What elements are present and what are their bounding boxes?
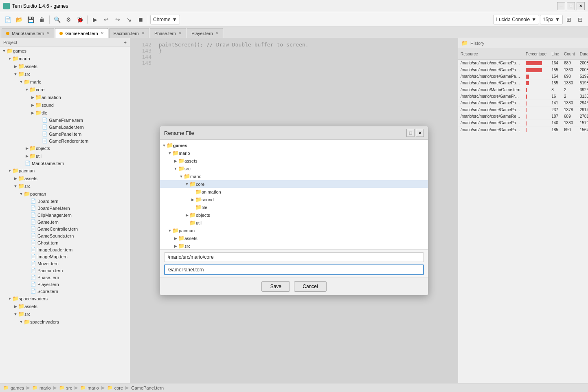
modal-tree-pacman-assets[interactable]: ▶ 📁 assets xyxy=(160,234,428,242)
cancel-button[interactable]: Cancel xyxy=(294,281,326,292)
stop-button[interactable]: ⏹ xyxy=(135,14,146,25)
tree-mariogame[interactable]: 📄 MarioGame.tern xyxy=(0,160,130,167)
step-button[interactable]: ↘ xyxy=(124,14,134,25)
tree-pacman-root[interactable]: ▼ 📁 pacman xyxy=(0,167,130,174)
modal-tree-pacman-src[interactable]: ▶ 📁 src xyxy=(160,242,428,250)
tree-games[interactable]: ▼ 📁 games xyxy=(0,47,130,55)
tab-close-icon[interactable]: ✕ xyxy=(215,31,219,35)
modal-tree-assets[interactable]: ▶ 📁 assets xyxy=(160,157,428,165)
table-row[interactable]: /mario/src/mario/core/GamePanel.tern 155… xyxy=(458,80,588,86)
modal-tree-util[interactable]: 📁 util xyxy=(160,219,428,227)
tree-gameloader[interactable]: 📄 GameLoader.tern xyxy=(0,123,130,130)
modal-tree-pacman[interactable]: ▼ 📁 pacman xyxy=(160,227,428,234)
table-row[interactable]: /mario/src/mario/core/GamePanel.tern 185… xyxy=(458,126,588,133)
tab-close-icon[interactable]: ✕ xyxy=(178,31,182,35)
zoom-in-button[interactable]: ⊞ xyxy=(564,14,574,25)
delete-button[interactable]: 🗑 xyxy=(37,14,47,25)
tab-game-panel[interactable]: GamePanel.tern ✕ xyxy=(55,28,108,38)
modal-tree-tile[interactable]: 📁 tile xyxy=(160,203,428,211)
table-row[interactable]: /mario/src/mario/core/GameRenderer.tern … xyxy=(458,113,588,119)
modal-filename-input[interactable] xyxy=(164,264,424,275)
tree-phase[interactable]: 📄 Phase.tern xyxy=(0,274,130,281)
search-button[interactable]: 🔍 xyxy=(52,14,62,25)
run-button[interactable]: ▶ xyxy=(90,14,100,25)
tree-si-src[interactable]: ▼ 📁 src xyxy=(0,310,130,318)
tree-gamerenderer[interactable]: 📄 GameRenderer.tern xyxy=(0,137,130,144)
modal-buttons[interactable]: □ ✕ xyxy=(406,129,424,137)
table-row[interactable]: /mario/src/mario/core/GamePanel.tern 237… xyxy=(458,106,588,113)
tab-mario-game[interactable]: MarioGame.tern ✕ xyxy=(2,28,54,38)
tree-src[interactable]: ▼ 📁 src xyxy=(0,70,130,78)
tree-mover[interactable]: 📄 Mover.tern xyxy=(0,260,130,267)
tab-close-icon[interactable]: ✕ xyxy=(46,31,50,35)
tree-imageloader[interactable]: 📄 ImageLoader.tern xyxy=(0,246,130,253)
tree-game[interactable]: 📄 Game.tern xyxy=(0,218,130,225)
modal-tree-objects[interactable]: ▶ 📁 objects xyxy=(160,211,428,219)
font-size-dropdown[interactable]: 15px ▼ xyxy=(540,15,563,24)
back-button[interactable]: ↩ xyxy=(101,14,112,25)
tree-pacman-src[interactable]: ▼ 📁 src xyxy=(0,182,130,190)
tab-phase[interactable]: Phase.tern ✕ xyxy=(150,28,186,38)
font-family-dropdown[interactable]: Lucida Console ▼ xyxy=(493,15,539,24)
table-row[interactable]: /mario/src/mario/MarioGame.tern 8 2 3923… xyxy=(458,86,588,93)
tree-pacman-file[interactable]: 📄 Pacman.tern xyxy=(0,267,130,274)
tab-close-icon[interactable]: ✕ xyxy=(101,31,104,35)
tree-gamepanel[interactable]: 📄 GamePanel.tern xyxy=(0,130,130,137)
tree-clipmanager[interactable]: 📄 ClipManager.tern xyxy=(0,211,130,218)
table-row[interactable]: /mario/src/mario/core/GamePanel.tern 141… xyxy=(458,100,588,106)
modal-tree-sound[interactable]: ▶ 📁 sound xyxy=(160,196,428,203)
tab-player[interactable]: Player.tern ✕ xyxy=(187,28,223,38)
tree-si-dir[interactable]: ▼ 📁 spaceinvaders xyxy=(0,318,130,326)
tree-assets[interactable]: ▶ 📁 assets xyxy=(0,62,130,70)
save-button[interactable]: 💾 xyxy=(25,14,36,25)
modal-tree-mario2[interactable]: ▼ 📁 mario xyxy=(160,172,428,180)
tree-gamesounds[interactable]: 📄 GameSounds.tern xyxy=(0,232,130,239)
tree-pacman-assets[interactable]: ▶ 📁 assets xyxy=(0,174,130,182)
tree-si-assets[interactable]: ▶ 📁 assets xyxy=(0,302,130,310)
forward-button[interactable]: ↪ xyxy=(112,14,123,25)
window-controls[interactable]: ─ □ ✕ xyxy=(557,2,585,10)
maximize-button[interactable]: □ xyxy=(567,2,575,10)
modal-tree-mario[interactable]: ▼ 📁 mario xyxy=(160,149,428,157)
zoom-out-button[interactable]: ⊟ xyxy=(575,14,586,25)
tree-gameframe[interactable]: 📄 GameFrame.tern xyxy=(0,117,130,123)
table-row[interactable]: /mario/src/mario/core/GamePanel.tern 164… xyxy=(458,60,588,66)
tree-board[interactable]: 📄 Board.tern xyxy=(0,198,130,205)
modal-tree-animation[interactable]: 📁 animation xyxy=(160,188,428,196)
tree-animation[interactable]: ▶ 📁 animation xyxy=(0,93,130,101)
settings-button[interactable]: ⚙ xyxy=(63,14,74,25)
tree-player[interactable]: 📄 Player.tern xyxy=(0,281,130,288)
save-button[interactable]: Save xyxy=(261,281,290,292)
tree-spaceinvaders[interactable]: ▼ 📁 spaceinvaders xyxy=(0,295,130,302)
minimize-button[interactable]: ─ xyxy=(557,2,565,10)
tree-core[interactable]: ▼ 📁 core xyxy=(0,86,130,93)
open-button[interactable]: 📂 xyxy=(14,14,24,25)
add-icon[interactable]: + xyxy=(124,40,127,45)
tree-score[interactable]: 📄 Score.tern xyxy=(0,288,130,295)
tree-mario2[interactable]: ▼ 📁 mario xyxy=(0,78,130,86)
tree-boardpanel[interactable]: 📄 BoardPanel.tern xyxy=(0,205,130,211)
tree-imagemap[interactable]: 📄 ImageMap.tern xyxy=(0,253,130,260)
table-row[interactable]: /mario/src/mario/core/GamePanel.tern 154… xyxy=(458,73,588,79)
tab-pacman[interactable]: Pacman.tern ✕ xyxy=(109,28,149,38)
tree-pacman-dir[interactable]: ▼ 📁 pacman xyxy=(0,190,130,198)
tree-tile[interactable]: ▶ 📁 tile xyxy=(0,109,130,117)
tree-sound[interactable]: ▶ 📁 sound xyxy=(0,101,130,109)
tree-gamecontroller[interactable]: 📄 GameController.tern xyxy=(0,225,130,232)
table-row[interactable]: /mario/src/mario/core/GamePanel.tern 140… xyxy=(458,120,588,126)
modal-close-button[interactable]: ✕ xyxy=(416,129,424,137)
modal-tree-src[interactable]: ▼ 📁 src xyxy=(160,165,428,172)
browser-dropdown[interactable]: Chrome ▼ xyxy=(150,15,180,24)
modal-tree-core[interactable]: ▼ 📁 core xyxy=(160,180,428,188)
modal-tree[interactable]: ▼ 📁 games ▼ 📁 mario ▶ 📁 assets xyxy=(160,140,428,250)
close-button[interactable]: ✕ xyxy=(577,2,585,10)
tab-close-icon[interactable]: ✕ xyxy=(141,31,145,35)
modal-tree-games[interactable]: ▼ 📁 games xyxy=(160,141,428,149)
modal-maximize-button[interactable]: □ xyxy=(406,129,415,137)
bug-button[interactable]: 🐞 xyxy=(75,14,85,25)
tree-mario[interactable]: ▼ 📁 mario xyxy=(0,55,130,62)
tree-ghost[interactable]: 📄 Ghost.tern xyxy=(0,239,130,246)
tree-util[interactable]: ▶ 📁 util xyxy=(0,152,130,160)
tree-objects[interactable]: ▶ 📁 objects xyxy=(0,144,130,152)
new-file-button[interactable]: 📄 xyxy=(2,14,13,25)
